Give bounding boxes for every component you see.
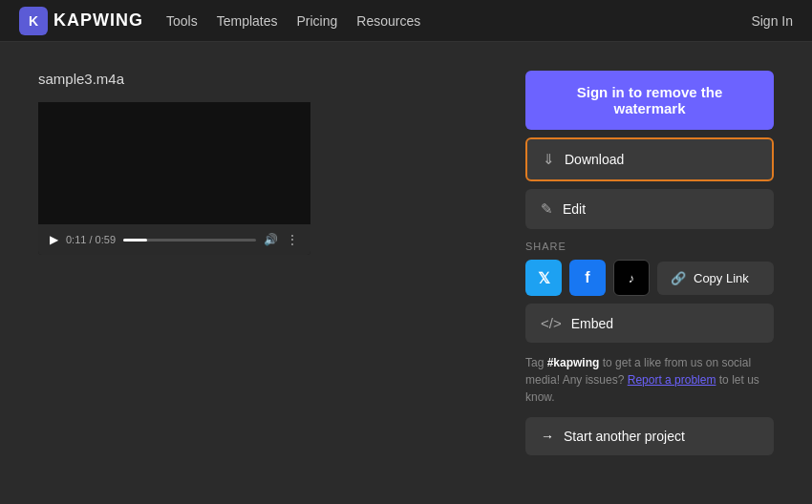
- left-panel: sample3.m4a ▶ 0:11 / 0:59 🔊 ⋮: [38, 71, 487, 455]
- facebook-button[interactable]: f: [569, 260, 606, 296]
- twitter-button[interactable]: 𝕏: [525, 260, 562, 296]
- tiktok-icon: ♪: [629, 271, 635, 285]
- edit-button[interactable]: ✎ Edit: [525, 189, 774, 229]
- embed-icon: </>: [541, 315, 562, 331]
- logo-text: KAPWING: [53, 10, 143, 31]
- project-title: sample3.m4a: [38, 71, 487, 87]
- progress-bar[interactable]: [123, 239, 256, 242]
- more-options-icon[interactable]: ⋮: [286, 232, 299, 247]
- tag-description: Tag #kapwing to get a like from us on so…: [525, 354, 774, 406]
- nav-resources[interactable]: Resources: [356, 13, 420, 29]
- tiktok-button[interactable]: ♪: [613, 260, 650, 296]
- share-row: 𝕏 f ♪ 🔗 Copy Link: [525, 260, 774, 296]
- link-icon: 🔗: [671, 271, 686, 285]
- twitter-icon: 𝕏: [538, 269, 550, 287]
- arrow-icon: →: [541, 429, 554, 444]
- nav-links: Tools Templates Pricing Resources: [166, 13, 420, 29]
- progress-fill: [123, 239, 147, 242]
- logo-icon: K: [19, 7, 48, 35]
- main-content: sample3.m4a ▶ 0:11 / 0:59 🔊 ⋮ Sign in to…: [0, 42, 812, 484]
- new-project-button[interactable]: → Start another project: [525, 417, 774, 455]
- signin-link[interactable]: Sign In: [751, 13, 793, 29]
- watermark-button[interactable]: Sign in to remove the watermark: [525, 71, 774, 130]
- download-button[interactable]: ⇓ Download: [525, 137, 774, 181]
- tag-hashtag: #kapwing: [547, 356, 600, 369]
- nav-templates[interactable]: Templates: [217, 13, 278, 29]
- play-button[interactable]: ▶: [50, 233, 58, 246]
- media-player: ▶ 0:11 / 0:59 🔊 ⋮: [38, 102, 310, 255]
- right-panel: Sign in to remove the watermark ⇓ Downlo…: [525, 71, 774, 455]
- download-icon: ⇓: [543, 151, 555, 168]
- media-controls: ▶ 0:11 / 0:59 🔊 ⋮: [38, 224, 310, 255]
- facebook-icon: f: [585, 269, 589, 286]
- time-display: 0:11 / 0:59: [66, 234, 116, 245]
- report-problem-link[interactable]: Report a problem: [628, 373, 716, 387]
- navbar: K KAPWING Tools Templates Pricing Resour…: [0, 0, 812, 42]
- nav-pricing[interactable]: Pricing: [297, 13, 338, 29]
- edit-icon: ✎: [541, 200, 553, 218]
- embed-button[interactable]: </> Embed: [525, 304, 774, 343]
- copy-link-button[interactable]: 🔗 Copy Link: [657, 262, 774, 295]
- tag-before: Tag: [525, 356, 547, 369]
- share-label: SHARE: [525, 241, 774, 252]
- nav-tools[interactable]: Tools: [166, 13, 198, 29]
- volume-icon[interactable]: 🔊: [264, 233, 278, 246]
- logo[interactable]: K KAPWING: [19, 7, 143, 35]
- media-display-area: [38, 102, 310, 224]
